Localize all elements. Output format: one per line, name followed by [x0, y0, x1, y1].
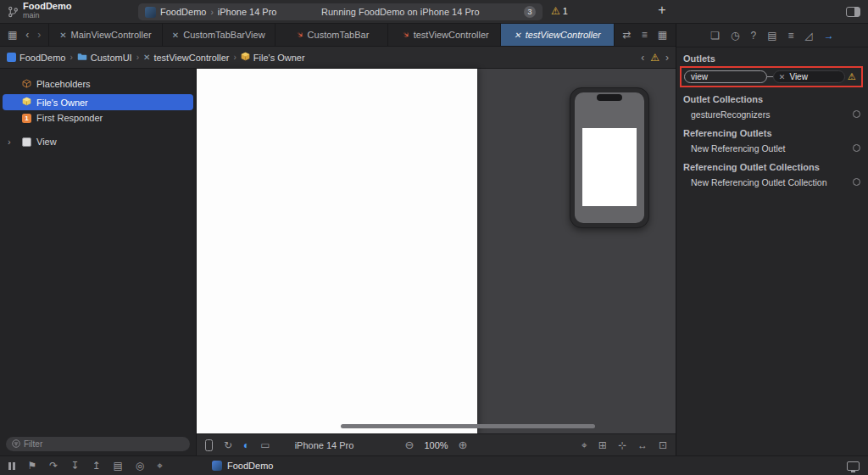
connection-socket-icon[interactable] — [853, 178, 860, 186]
crumb-label: FoodDemo — [19, 53, 65, 63]
help-inspector-icon[interactable]: ? — [750, 31, 756, 41]
row-label: New Referencing Outlet — [691, 143, 785, 154]
zoom-out-icon[interactable]: ⊖ — [405, 439, 415, 450]
editor-arrows-icon[interactable]: ⇄ — [623, 30, 632, 40]
crumb-project[interactable]: FoodDemo — [7, 53, 65, 63]
running-app-name: FoodDemo — [227, 461, 273, 471]
referencing-outlet-collections-header: Referencing Outlet Collections — [683, 162, 863, 172]
next-issue-icon[interactable]: › — [665, 53, 669, 63]
cube-icon — [241, 52, 250, 63]
connections-inspector-icon[interactable]: → — [824, 31, 834, 41]
referencing-outlets-header: Referencing Outlets — [683, 128, 863, 138]
tab-customtabbarview[interactable]: ✕ CustomTabBarView — [163, 24, 275, 46]
tab-mainviewcontroller[interactable]: ✕ MainViewController — [49, 24, 162, 46]
warning-icon[interactable]: ⚠ — [650, 52, 659, 64]
scheme-status-pill[interactable]: FoodDemo › iPhone 14 Pro Running FoodDem… — [138, 3, 542, 20]
history-inspector-icon[interactable]: ◷ — [731, 31, 739, 41]
pause-icon[interactable] — [8, 462, 15, 470]
device-preview — [570, 87, 649, 228]
step-out-icon[interactable]: ↥ — [92, 461, 100, 471]
app-icon — [145, 7, 156, 18]
item-label: File's Owner — [36, 98, 88, 108]
view-controller-artboard[interactable] — [197, 69, 477, 433]
step-into-icon[interactable]: ↧ — [70, 461, 79, 471]
git-branch-icon — [8, 6, 19, 20]
editor-canvas[interactable]: ↻ ◐ ▭ iPhone 14 Pro ⊖ 100% ⊕ ⌖ ⊞ ⊹ ↔ ⊡ — [197, 69, 676, 455]
attributes-inspector-icon[interactable]: ≡ — [788, 31, 794, 41]
xib-file-icon: ✕ — [514, 31, 520, 40]
row-label: New Referencing Outlet Collection — [691, 177, 827, 187]
breakpoints-icon[interactable]: ⚑ — [28, 461, 37, 471]
orientation-icon[interactable]: ↻ — [224, 440, 232, 450]
activity-count-badge[interactable]: 3 — [524, 6, 536, 18]
swift-file-icon — [400, 30, 409, 41]
xib-file-icon: ✕ — [143, 53, 150, 62]
add-tab-button[interactable]: + — [654, 3, 670, 18]
size-inspector-icon[interactable]: ◿ — [805, 31, 813, 41]
resolve-autolayout-icon[interactable]: ⊡ — [659, 440, 667, 450]
crumb-group[interactable]: CustomUI — [77, 53, 132, 63]
activity-status: Running FoodDemo on iPhone 14 Pro — [281, 7, 520, 17]
scope-icon[interactable]: ⌖ — [581, 440, 587, 450]
file-inspector-icon[interactable]: ❏ — [710, 31, 720, 41]
identity-inspector-icon[interactable]: ▤ — [767, 31, 776, 41]
previous-issue-icon[interactable]: ‹ — [641, 53, 644, 63]
warning-count: 1 — [563, 6, 568, 16]
appearance-icon[interactable]: ◐ — [243, 440, 249, 450]
editor-list-icon[interactable]: ≡ — [642, 30, 648, 40]
device-portrait-icon[interactable] — [205, 439, 213, 451]
referencing-outlet-collection-row[interactable]: New Referencing Outlet Collection — [683, 175, 863, 189]
outline-item-first-responder[interactable]: 1 First Responder — [0, 110, 196, 126]
editor-layout-icon[interactable]: ▦ — [658, 30, 667, 40]
debug-area-toggle-icon[interactable] — [847, 461, 860, 471]
connection-socket-icon[interactable] — [853, 110, 860, 118]
preview-device-name[interactable]: iPhone 14 Pro — [295, 440, 354, 450]
filter-input[interactable] — [24, 439, 184, 449]
disconnect-icon[interactable]: ✕ — [779, 73, 786, 81]
simulate-location-icon[interactable]: ⌖ — [157, 461, 163, 471]
back-icon[interactable]: ‹ — [25, 30, 29, 40]
tab-bar: ▦ ‹ › ✕ MainViewController ✕ CustomTabBa… — [0, 24, 676, 47]
disclosure-chevron-icon[interactable]: › — [8, 137, 11, 147]
cube-icon — [22, 97, 31, 108]
outlet-source-well[interactable]: view — [684, 70, 767, 83]
run-destination[interactable]: iPhone 14 Pro — [218, 7, 277, 17]
outlet-collection-row[interactable]: gestureRecognizers — [683, 107, 863, 121]
related-items-icon[interactable]: ▦ — [8, 30, 17, 40]
running-app[interactable]: FoodDemo — [212, 461, 273, 471]
swift-file-icon — [294, 30, 303, 41]
filter-bar[interactable] — [6, 437, 190, 451]
align-icon[interactable]: ⊹ — [618, 440, 626, 450]
tab-strip: ✕ MainViewController ✕ CustomTabBarView … — [48, 24, 614, 46]
embed-icon[interactable]: ⊞ — [598, 440, 607, 450]
outlet-destination-well[interactable]: ✕ View — [773, 70, 845, 83]
tab-label: MainViewController — [71, 30, 152, 40]
memory-graph-icon[interactable]: ◎ — [136, 461, 144, 471]
variant-icon[interactable]: ▭ — [260, 440, 270, 450]
outline-item-files-owner[interactable]: File's Owner — [3, 94, 193, 110]
device-screen — [575, 92, 644, 223]
toolbar-warning[interactable]: ⚠ 1 — [551, 5, 568, 17]
crumb-files-owner[interactable]: File's Owner — [241, 52, 305, 63]
tab-customtabbar[interactable]: CustomTabBar — [275, 24, 388, 46]
inspector-toggle-icon[interactable] — [846, 7, 860, 17]
horizontal-scrollbar[interactable] — [341, 424, 595, 428]
referencing-outlet-row[interactable]: New Referencing Outlet — [683, 141, 863, 155]
scheme-name[interactable]: FoodDemo — [160, 7, 206, 17]
connections-inspector-panel: ❏ ◷ ? ▤ ≡ ◿ → Outlets view ✕ View ⚠ Outl… — [676, 24, 868, 455]
view-icon — [22, 137, 31, 147]
zoom-level[interactable]: 100% — [424, 440, 448, 450]
xib-file-icon: ✕ — [59, 31, 66, 40]
outline-group-placeholders[interactable]: Placeholders — [0, 76, 196, 92]
tab-testviewcontroller-swift[interactable]: testViewController — [388, 24, 501, 46]
outlet-warning-icon[interactable]: ⚠ — [845, 71, 859, 82]
tab-testviewcontroller-xib-active[interactable]: ✕ testViewController — [501, 24, 614, 46]
forward-icon[interactable]: › — [37, 30, 41, 40]
step-over-icon[interactable]: ↷ — [49, 461, 58, 471]
view-hierarchy-icon[interactable]: ▤ — [113, 461, 122, 471]
outline-item-view[interactable]: › View — [0, 134, 196, 149]
connection-socket-icon[interactable] — [853, 144, 860, 152]
constraints-icon[interactable]: ↔ — [637, 440, 648, 450]
zoom-in-icon[interactable]: ⊕ — [459, 439, 468, 450]
crumb-file[interactable]: ✕ testViewController — [143, 53, 229, 63]
